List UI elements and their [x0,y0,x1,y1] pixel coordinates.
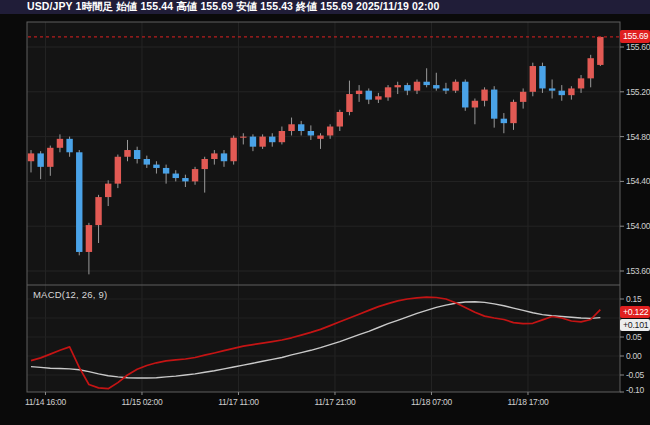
candle-body [356,91,362,94]
candle-body [308,131,314,135]
candle-body [481,90,487,101]
time-tick-label: 11/15 02:00 [115,397,169,407]
time-tick-label: 11/14 16:00 [18,397,72,407]
macd-tick-label: -0.05 [626,370,644,380]
candle-body [510,102,516,123]
candle-body [144,159,150,165]
candle-body [588,58,594,78]
chart-canvas[interactable] [0,0,650,425]
candle-body [298,124,304,131]
candle-body [124,150,130,157]
candle-body [317,135,323,138]
candle-body [259,137,265,147]
candle-body [192,169,198,181]
candle-body [597,37,603,65]
candle-body [28,153,34,161]
candle-body [385,87,391,97]
candle-body [375,96,381,99]
candle-body [443,88,449,90]
candle-body [47,148,53,167]
time-tick-label: 11/18 17:00 [501,397,555,407]
macd-tick-label: -0.10 [626,385,644,395]
candle-body [57,139,63,148]
candle-body [288,124,294,131]
candle-body [520,92,526,102]
candle-body [404,85,410,91]
candle-body [95,197,101,225]
time-tick-label: 11/17 21:00 [308,397,362,407]
price-tick-label: 154.80 [626,132,650,142]
candle-body [327,127,333,136]
candle-body [346,94,352,112]
macd-tick-label: 0.05 [626,332,641,342]
chart-window: USD/JPY 1時間足 始値 155.44 高値 155.69 安値 155.… [0,0,650,425]
candle-body [501,119,507,123]
candle-body [337,112,343,127]
time-tick-label: 11/18 07:00 [404,397,458,407]
candle-body [153,165,159,168]
candle-body [559,91,565,95]
candle-body [462,82,468,108]
candle-body [37,153,43,166]
macd-tick-label: 0.15 [626,294,641,304]
candle-body [86,225,92,252]
candle-body [530,66,536,92]
candle-body [163,168,169,174]
candle-body [202,159,208,169]
signal-value-badge: +0.101 [620,319,650,331]
candle-body [491,90,497,119]
candle-body [269,137,275,143]
candle-body [240,137,246,138]
candle-body [366,91,372,100]
candle-body [115,157,121,184]
candle-body [279,131,285,142]
candle-body [221,153,227,161]
candle-body [452,82,458,91]
candle-body [134,150,140,159]
candle-body [105,184,111,197]
candle-body [76,152,82,252]
candle-body [182,178,188,181]
price-tick-label: 155.60 [626,42,650,52]
price-tick-label: 155.20 [626,87,650,97]
candle-body [395,85,401,87]
time-tick-label: 11/17 11:00 [211,397,265,407]
candle-body [66,139,72,152]
candle-body [549,88,555,90]
candle-body [173,174,179,178]
candle-body [414,82,420,91]
macd-label: MACD(12, 26, 9) [33,289,107,300]
candle-body [568,88,574,95]
macd-tick-label: 0.00 [626,351,641,361]
price-tick-label: 154.40 [626,176,650,186]
last-price-badge: 155.69 [620,30,650,43]
candle-body [250,137,256,147]
price-tick-label: 154.00 [626,221,650,231]
candle-body [539,66,545,88]
candle-body [433,85,439,88]
candle-body [211,153,217,159]
candle-body [472,101,478,108]
price-tick-label: 153.60 [626,266,650,276]
candle-body [230,138,236,162]
candle-body [578,78,584,88]
macd-value-badge: +0.122 [620,306,650,318]
candle-body [423,82,429,85]
